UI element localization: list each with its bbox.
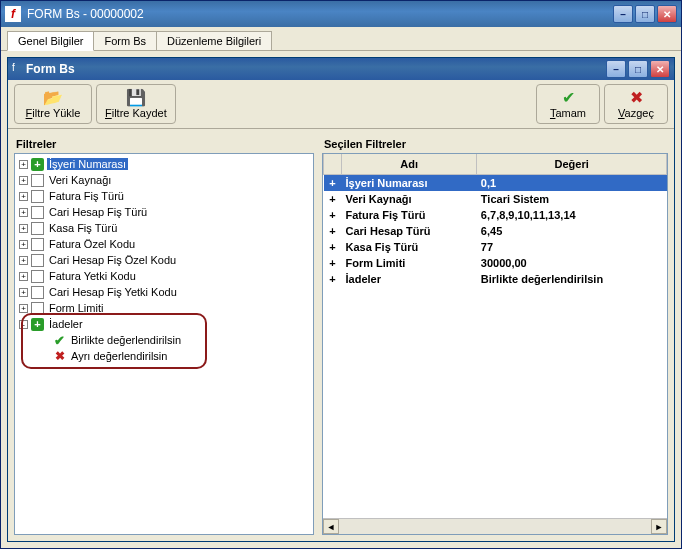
tree-subitem[interactable]: ✔Birlikte değerlendirilsin xyxy=(37,332,313,348)
tree-item[interactable]: +Kasa Fiş Türü xyxy=(15,220,313,236)
tree-item[interactable]: +Cari Hesap Fiş Yetki Kodu xyxy=(15,284,313,300)
filters-tree[interactable]: ++İşyeri Numarası+Veri Kaynağı+Fatura Fi… xyxy=(14,153,314,535)
expander-icon[interactable]: + xyxy=(19,208,28,217)
table-row[interactable]: +Form Limiti30000,00 xyxy=(324,255,667,271)
filter-save-label: Filtre Kaydet xyxy=(105,107,167,119)
row-expander[interactable]: + xyxy=(324,175,342,191)
scroll-left-icon[interactable]: ◄ xyxy=(323,519,339,534)
checkbox-unchecked-icon xyxy=(31,206,44,219)
row-expander[interactable]: + xyxy=(324,255,342,271)
tree-label: Veri Kaynağı xyxy=(47,174,113,186)
content-area: f Form Bs – □ ✕ 📂 Filtre Yükle 💾 Filtre … xyxy=(1,51,681,548)
tree-label: Ayrı değerlendirilsin xyxy=(69,350,169,362)
checkbox-unchecked-icon xyxy=(31,270,44,283)
folder-open-icon: 📂 xyxy=(43,90,63,106)
window-controls: – □ ✕ xyxy=(613,5,677,23)
tree-label: Cari Hesap Fiş Yetki Kodu xyxy=(47,286,179,298)
expander-placeholder xyxy=(41,336,50,345)
expander-icon[interactable]: + xyxy=(19,272,28,281)
inner-close-button[interactable]: ✕ xyxy=(650,60,670,78)
inner-titlebar: f Form Bs – □ ✕ xyxy=(8,58,674,80)
tree-item-iadeler[interactable]: -+İadeler xyxy=(15,316,313,332)
cancel-button[interactable]: ✖ Vazgeç xyxy=(604,84,668,124)
filters-header: Filtreler xyxy=(14,135,314,153)
tree-item[interactable]: ++İşyeri Numarası xyxy=(15,156,313,172)
row-expander[interactable]: + xyxy=(324,223,342,239)
tab-duzenleme-bilgileri[interactable]: Düzenleme Bilgileri xyxy=(156,31,272,50)
tree-item[interactable]: +Form Limiti xyxy=(15,300,313,316)
selected-filters-body: Adı Değeri +İşyeri Numarası0,1+Veri Kayn… xyxy=(322,153,668,535)
row-value: 77 xyxy=(477,239,667,255)
col-name[interactable]: Adı xyxy=(342,154,477,175)
row-expander[interactable]: + xyxy=(324,191,342,207)
checkbox-unchecked-icon xyxy=(31,238,44,251)
inner-window-title: Form Bs xyxy=(26,62,606,76)
expander-icon[interactable]: + xyxy=(19,176,28,185)
tree-item[interactable]: +Cari Hesap Fiş Özel Kodu xyxy=(15,252,313,268)
tree-label: Birlikte değerlendirilsin xyxy=(69,334,183,346)
tree-item[interactable]: +Cari Hesap Fiş Türü xyxy=(15,204,313,220)
expander-icon[interactable]: + xyxy=(19,288,28,297)
row-expander[interactable]: + xyxy=(324,207,342,223)
ok-label: Tamam xyxy=(550,107,586,119)
tab-genel-bilgiler[interactable]: Genel Bilgiler xyxy=(7,31,94,51)
filter-load-label: Filtre Yükle xyxy=(26,107,81,119)
inner-window: f Form Bs – □ ✕ 📂 Filtre Yükle 💾 Filtre … xyxy=(7,57,675,542)
filter-load-button[interactable]: 📂 Filtre Yükle xyxy=(14,84,92,124)
expander-icon[interactable]: + xyxy=(19,192,28,201)
tree-label: Fatura Fiş Türü xyxy=(47,190,126,202)
checkbox-unchecked-icon xyxy=(31,302,44,315)
expander-icon[interactable]: + xyxy=(19,304,28,313)
inner-app-icon: f xyxy=(12,62,26,76)
filter-save-button[interactable]: 💾 Filtre Kaydet xyxy=(96,84,176,124)
checkbox-unchecked-icon xyxy=(31,286,44,299)
expander-placeholder xyxy=(41,352,50,361)
tree-label: Fatura Özel Kodu xyxy=(47,238,137,250)
row-name: Kasa Fiş Türü xyxy=(342,239,477,255)
scroll-right-icon[interactable]: ► xyxy=(651,519,667,534)
plus-icon: + xyxy=(31,158,44,171)
table-row[interactable]: +Cari Hesap Türü6,45 xyxy=(324,223,667,239)
horizontal-scrollbar[interactable]: ◄ ► xyxy=(323,518,667,534)
tree-label: Kasa Fiş Türü xyxy=(47,222,119,234)
tree-subitem[interactable]: ✖Ayrı değerlendirilsin xyxy=(37,348,313,364)
ok-button[interactable]: ✔ Tamam xyxy=(536,84,600,124)
row-value: 6,7,8,9,10,11,13,14 xyxy=(477,207,667,223)
checkbox-unchecked-icon xyxy=(31,174,44,187)
tree-item[interactable]: +Fatura Fiş Türü xyxy=(15,188,313,204)
cancel-icon: ✖ xyxy=(630,90,643,106)
inner-minimize-button[interactable]: – xyxy=(606,60,626,78)
table-row[interactable]: +İadelerBirlikte değerlendirilsin xyxy=(324,271,667,287)
selected-filters-table[interactable]: Adı Değeri +İşyeri Numarası0,1+Veri Kayn… xyxy=(323,154,667,287)
col-value[interactable]: Değeri xyxy=(477,154,667,175)
minimize-button[interactable]: – xyxy=(613,5,633,23)
row-expander[interactable]: + xyxy=(324,239,342,255)
tree-item[interactable]: +Veri Kaynağı xyxy=(15,172,313,188)
tree-item[interactable]: +Fatura Yetki Kodu xyxy=(15,268,313,284)
expander-icon[interactable]: + xyxy=(19,256,28,265)
table-row[interactable]: +Veri KaynağıTicari Sistem xyxy=(324,191,667,207)
expander-icon[interactable]: - xyxy=(19,320,28,329)
check-icon: ✔ xyxy=(562,90,575,106)
expander-icon[interactable]: + xyxy=(19,160,28,169)
tree-label: Cari Hesap Fiş Türü xyxy=(47,206,149,218)
plus-icon: + xyxy=(31,318,44,331)
cancel-label: Vazgeç xyxy=(618,107,654,119)
toolbar-spacer xyxy=(180,84,532,124)
tree-label: İadeler xyxy=(47,318,85,330)
row-expander[interactable]: + xyxy=(324,271,342,287)
tab-form-bs[interactable]: Form Bs xyxy=(93,31,157,50)
window-title: FORM Bs - 00000002 xyxy=(27,7,613,21)
selected-filters-header: Seçilen Filtreler xyxy=(322,135,668,153)
inner-maximize-button[interactable]: □ xyxy=(628,60,648,78)
table-row[interactable]: +Kasa Fiş Türü77 xyxy=(324,239,667,255)
tree-label: Form Limiti xyxy=(47,302,105,314)
table-row[interactable]: +Fatura Fiş Türü6,7,8,9,10,11,13,14 xyxy=(324,207,667,223)
close-button[interactable]: ✕ xyxy=(657,5,677,23)
table-row[interactable]: +İşyeri Numarası0,1 xyxy=(324,175,667,191)
tree-item[interactable]: +Fatura Özel Kodu xyxy=(15,236,313,252)
expander-icon[interactable]: + xyxy=(19,240,28,249)
expander-icon[interactable]: + xyxy=(19,224,28,233)
maximize-button[interactable]: □ xyxy=(635,5,655,23)
row-value: Ticari Sistem xyxy=(477,191,667,207)
